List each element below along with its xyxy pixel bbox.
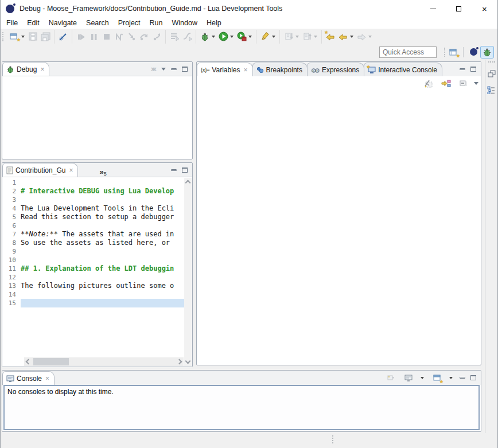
resume-icon[interactable]: [75, 30, 87, 43]
menu-item[interactable]: Window: [168, 18, 202, 28]
tab-debug[interactable]: Debug ×: [2, 62, 49, 76]
quick-access-input[interactable]: Quick Access: [379, 46, 437, 58]
editor-line[interactable]: 13 The following pictures outline some o: [2, 282, 184, 290]
pen-icon[interactable]: [259, 30, 271, 43]
previous-annotation-icon[interactable]: [301, 30, 313, 43]
show-logical-structures-icon[interactable]: [439, 77, 452, 89]
display-selected-console-icon[interactable]: [402, 372, 415, 384]
editor-vertical-scrollbar[interactable]: [184, 178, 192, 366]
suspend-icon[interactable]: [87, 30, 100, 43]
editor-horizontal-scrollbar[interactable]: [24, 357, 184, 366]
editor-line[interactable]: 4 The Lua Development Tools in the Ecli: [2, 204, 184, 213]
window-maximize-button[interactable]: [446, 0, 472, 17]
new-wizard-icon[interactable]: ★: [8, 30, 21, 43]
new-dropdown-icon[interactable]: [21, 36, 25, 40]
editor-line[interactable]: 7 **Note:** The assets that are used in: [2, 230, 184, 239]
view-menu-icon[interactable]: [474, 82, 478, 87]
maximize-view-icon[interactable]: [470, 67, 476, 72]
restore-view-icon[interactable]: [485, 67, 498, 80]
menu-item[interactable]: Project: [114, 18, 145, 28]
tab-breakpoints[interactable]: Breakpoints: [252, 63, 308, 76]
step-over-icon[interactable]: [138, 30, 150, 43]
window-close-button[interactable]: ×: [472, 0, 497, 17]
perspective-debug-button[interactable]: [480, 46, 494, 59]
editor-line[interactable]: 10: [2, 256, 184, 264]
step-return-icon[interactable]: [150, 30, 163, 43]
window-minimize-button[interactable]: [420, 0, 446, 17]
open-console-icon[interactable]: ★: [431, 372, 443, 384]
remove-terminated-launches-icon[interactable]: ××: [151, 65, 156, 73]
editor-body[interactable]: 1 2 # Interactive DEBUG using Lua Develo…: [2, 177, 192, 367]
run-icon[interactable]: [217, 30, 229, 43]
pin-console-icon[interactable]: [384, 372, 397, 384]
maximize-view-icon[interactable]: [182, 67, 188, 72]
menu-item[interactable]: Edit: [22, 18, 44, 28]
previous-annotation-dropdown-icon[interactable]: [314, 36, 317, 40]
editor-line[interactable]: 3: [2, 196, 184, 204]
terminate-icon[interactable]: [100, 30, 112, 43]
display-console-dropdown-icon[interactable]: [421, 377, 424, 381]
view-menu-icon[interactable]: [161, 68, 166, 73]
debug-dropdown-icon[interactable]: [212, 36, 215, 40]
minimize-view-icon[interactable]: [171, 68, 177, 70]
outline-view-icon[interactable]: [485, 84, 498, 96]
external-tools-dropdown-icon[interactable]: [248, 36, 252, 40]
menu-item[interactable]: Navigate: [44, 18, 81, 28]
console-content[interactable]: No consoles to display at this time.: [3, 385, 480, 430]
editor-line[interactable]: 6: [2, 221, 184, 230]
skip-all-breakpoints-icon[interactable]: [57, 30, 69, 43]
editor-line[interactable]: 5 Read this section to setup a debugger: [2, 213, 184, 221]
forward-icon[interactable]: [355, 30, 368, 43]
perspective-lua-button[interactable]: [466, 46, 480, 59]
maximize-view-icon[interactable]: [470, 375, 476, 380]
external-tools-icon[interactable]: [235, 30, 248, 43]
editor-line[interactable]: 1: [2, 178, 184, 187]
tab-close-icon[interactable]: ×: [40, 65, 44, 73]
editor-line[interactable]: 11 ## 1. Explanation of the LDT debuggin: [2, 264, 184, 273]
collapse-all-icon[interactable]: [457, 77, 469, 89]
scroll-down-icon[interactable]: [185, 359, 191, 364]
open-perspective-icon[interactable]: ★: [448, 46, 460, 59]
maximize-view-icon[interactable]: [182, 167, 188, 173]
editor-line[interactable]: 12: [2, 273, 184, 282]
minimize-view-icon[interactable]: [460, 377, 465, 379]
next-annotation-icon[interactable]: [282, 30, 295, 43]
status-bar-grip[interactable]: [332, 435, 334, 443]
hidden-editors-chevron[interactable]: »5: [99, 166, 106, 177]
save-icon[interactable]: [26, 30, 39, 43]
minimize-view-icon[interactable]: [171, 169, 177, 171]
tab-expressions[interactable]: xy Expressions: [307, 63, 364, 76]
scroll-right-icon[interactable]: [177, 359, 182, 365]
save-all-icon[interactable]: [39, 30, 52, 43]
minimize-view-icon[interactable]: [460, 68, 465, 70]
scrollbar-thumb[interactable]: [33, 358, 69, 365]
debug-icon[interactable]: [199, 30, 211, 43]
menu-item[interactable]: Run: [145, 18, 168, 28]
show-type-names-icon[interactable]: [422, 77, 435, 89]
editor-line[interactable]: 2 # Interactive DEBUG using Lua Develop: [2, 187, 184, 196]
tab-close-icon[interactable]: ×: [45, 375, 49, 383]
scroll-left-icon[interactable]: [26, 359, 32, 365]
last-edit-location-icon[interactable]: ★: [324, 30, 337, 43]
disconnect-icon[interactable]: [112, 30, 125, 43]
tab-contribution-guide[interactable]: Contribution_Gu ×: [2, 163, 78, 177]
menu-item[interactable]: Search: [81, 18, 114, 28]
step-into-icon[interactable]: [125, 30, 138, 43]
editor-line[interactable]: 8 So use the assets as listed here, or: [2, 239, 184, 247]
open-console-dropdown-icon[interactable]: [449, 377, 453, 381]
editor-line[interactable]: 14: [2, 290, 184, 299]
tab-interactive-console[interactable]: ★ Interactive Console: [364, 63, 442, 76]
next-annotation-dropdown-icon[interactable]: [295, 36, 299, 40]
pen-dropdown-icon[interactable]: [272, 36, 275, 40]
menu-item[interactable]: File: [2, 18, 22, 28]
menu-item[interactable]: Help: [202, 18, 226, 28]
toolbar-grip[interactable]: [444, 48, 446, 57]
editor-line[interactable]: 9: [2, 247, 184, 256]
use-step-filters-icon[interactable]: [181, 30, 193, 43]
tab-variables[interactable]: (x)= Variables ×: [197, 63, 253, 76]
tab-console[interactable]: Console ×: [2, 371, 55, 385]
tab-close-icon[interactable]: ×: [244, 66, 248, 74]
back-icon[interactable]: [337, 30, 349, 43]
show-skipped-frames-icon[interactable]: [168, 30, 181, 43]
toolbar-grip[interactable]: [2, 32, 4, 41]
